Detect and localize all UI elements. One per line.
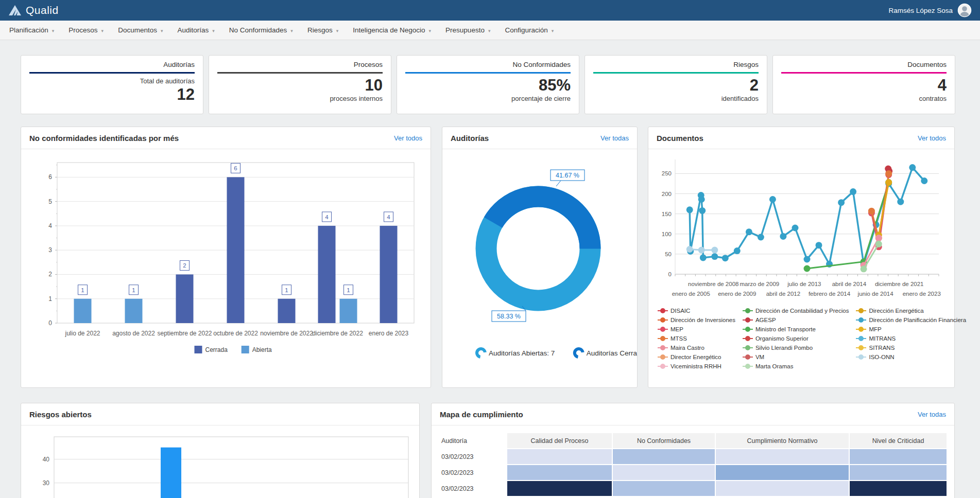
- column-header-nivel-de-criticidad: Nivel de Criticidad: [849, 433, 947, 449]
- ver-todas-link[interactable]: Ver todas: [918, 411, 946, 418]
- summary-card-no-conformidades: No Conformidades85%porcentaje de cierre: [397, 55, 579, 114]
- series-marker-icon: [856, 335, 866, 341]
- open-risks-bar-chart: 10203040: [28, 431, 412, 498]
- documents-legend: DISAICDirección de InversionesMEPMTSSMai…: [648, 304, 954, 370]
- svg-text:100: 100: [662, 231, 672, 237]
- legend-label: Director Energético: [670, 354, 721, 360]
- compliance-table: AuditoríaCalidad del ProcesoNo Conformid…: [440, 433, 947, 496]
- menu-item-configuracion[interactable]: Configuración▾: [497, 21, 561, 40]
- legend-label: Viceministra RRHH: [670, 363, 721, 369]
- legend-label: Dirección de Planificación Financiera: [869, 317, 966, 323]
- svg-text:abril de 2014: abril de 2014: [832, 281, 867, 287]
- svg-text:Cerrada: Cerrada: [205, 346, 228, 353]
- series-marker-icon: [658, 363, 668, 369]
- user-menu[interactable]: Ramsés López Sosa: [888, 3, 972, 17]
- menu-item-documentos[interactable]: Documentos▾: [111, 21, 170, 40]
- card-title: No Conformidades: [405, 61, 571, 68]
- svg-text:1: 1: [48, 295, 52, 303]
- card-title: Riesgos: [593, 61, 759, 68]
- user-avatar-icon[interactable]: [957, 3, 972, 17]
- nonconformities-bar-chart: 0123456julio de 20221agosto de 20221sept…: [29, 153, 423, 361]
- dashboard-content: AuditoríasTotal de auditorías12Procesos1…: [0, 40, 980, 498]
- svg-text:marzo de 2009: marzo de 2009: [740, 281, 779, 287]
- svg-text:noviembre de 2022: noviembre de 2022: [260, 330, 313, 337]
- svg-text:abril de 2012: abril de 2012: [766, 291, 801, 297]
- heatmap-cell-light: [612, 465, 715, 481]
- svg-text:Auditorías Abiertas: 7: Auditorías Abiertas: 7: [489, 349, 555, 357]
- audits-donut-chart: 41.67 %58.33 %Auditorías Abiertas: 7Audi…: [442, 149, 637, 375]
- legend-item-mep: MEP: [658, 325, 735, 333]
- summary-card-auditorias: AuditoríasTotal de auditorías12: [21, 55, 203, 114]
- heatmap-cell-light: [715, 449, 849, 465]
- legend-label: Ministro del Transporte: [755, 326, 816, 332]
- panel-nonconformities: No conformidades identificadas por més V…: [21, 127, 431, 388]
- svg-text:febrero de 2014: febrero de 2014: [809, 291, 851, 297]
- legend-item-sitrans: SITRANS: [856, 344, 966, 351]
- menu-item-presupuesto[interactable]: Presupuesto▾: [438, 21, 497, 40]
- summary-card-riesgos: Riesgos2identificados: [584, 55, 767, 114]
- menu-item-planificacion[interactable]: Planificación▾: [2, 21, 61, 40]
- panel-title: Auditorías: [451, 134, 489, 143]
- main-menu: Planificación▾Procesos▾Documentos▾Audito…: [0, 21, 980, 40]
- card-value: 85%: [405, 77, 571, 94]
- chevron-down-icon: ▾: [101, 27, 104, 33]
- svg-text:Abierta: Abierta: [252, 346, 272, 353]
- svg-text:diciembre de 2021: diciembre de 2021: [875, 281, 924, 287]
- svg-text:octubre de 2022: octubre de 2022: [213, 330, 258, 337]
- series-marker-icon: [743, 317, 753, 323]
- svg-text:40: 40: [43, 456, 50, 463]
- svg-text:58.33 %: 58.33 %: [497, 313, 521, 320]
- series-marker-icon: [856, 345, 866, 350]
- legend-item-mtss: MTSS: [658, 334, 735, 342]
- svg-text:6: 6: [234, 165, 237, 171]
- menu-item-procesos[interactable]: Procesos▾: [61, 21, 111, 40]
- series-marker-icon: [856, 354, 866, 360]
- card-title: Procesos: [217, 61, 383, 68]
- chevron-down-icon: ▾: [290, 27, 293, 33]
- table-row: 03/02/2023: [440, 465, 947, 481]
- heatmap-cell-mlight: [849, 449, 947, 465]
- panel-title: Mapa de cumplimiento: [440, 410, 523, 419]
- card-accent-line: [593, 72, 759, 74]
- legend-item-direccion-de-contabilidad-y-precios: Dirección de Contabilidad y Precios: [743, 307, 849, 314]
- svg-text:6: 6: [48, 173, 52, 181]
- svg-text:enero de 2023: enero de 2023: [369, 330, 409, 337]
- legend-item-mitrans: MITRANS: [856, 334, 966, 342]
- legend-item-viceministra-rrhh: Viceministra RRHH: [658, 362, 735, 370]
- ver-todas-link[interactable]: Ver todas: [600, 134, 629, 142]
- charts-row: No conformidades identificadas por més V…: [21, 127, 959, 388]
- legend-label: MITRANS: [869, 335, 896, 342]
- card-label: porcentaje de cierre: [405, 94, 571, 103]
- svg-text:1: 1: [347, 287, 350, 293]
- svg-text:3: 3: [48, 246, 52, 254]
- column-header-auditoria: Auditoría: [440, 433, 507, 449]
- card-title: Auditorías: [29, 61, 195, 68]
- legend-item-disaic: DISAIC: [658, 307, 735, 314]
- column-header-no-conformidades: No Conformidades: [612, 433, 715, 449]
- menu-item-inteligencia-de-negocio[interactable]: Inteligencia de Negocio▾: [346, 21, 438, 40]
- series-marker-icon: [658, 354, 668, 360]
- panel-title: Riesgos abiertos: [29, 410, 92, 419]
- svg-text:2: 2: [183, 262, 186, 269]
- heatmap-cell-light: [715, 481, 849, 496]
- card-label: Total de auditorías: [29, 77, 195, 86]
- top-navigation-bar: Qualid Ramsés López Sosa: [0, 0, 980, 21]
- legend-item-mfp: MFP: [856, 325, 966, 333]
- menu-item-riesgos[interactable]: Riesgos▾: [300, 21, 346, 40]
- chevron-down-icon: ▾: [429, 27, 432, 33]
- menu-item-auditorias[interactable]: Auditorías▾: [170, 21, 221, 40]
- menu-item-no-conformidades[interactable]: No Conformidades▾: [222, 21, 300, 40]
- svg-text:4: 4: [325, 214, 329, 220]
- documents-line-chart: 050100150200250noviembre de 2008marzo de…: [655, 153, 948, 304]
- legend-label: MTSS: [670, 335, 687, 342]
- svg-text:septiembre de 2022: septiembre de 2022: [157, 330, 212, 337]
- legend-label: Dirección Energética: [869, 308, 923, 314]
- ver-todos-link[interactable]: Ver todos: [394, 134, 422, 142]
- audit-date: 03/02/2023: [440, 449, 507, 465]
- svg-text:enero de 2023: enero de 2023: [903, 291, 941, 297]
- brand: Qualid: [8, 4, 59, 16]
- ver-todos-link[interactable]: Ver todos: [918, 134, 946, 142]
- legend-item-silvio-llerandi-pombo: Silvio Llerandi Pombo: [743, 344, 849, 351]
- legend-label: SITRANS: [869, 345, 895, 351]
- card-accent-line: [29, 72, 195, 74]
